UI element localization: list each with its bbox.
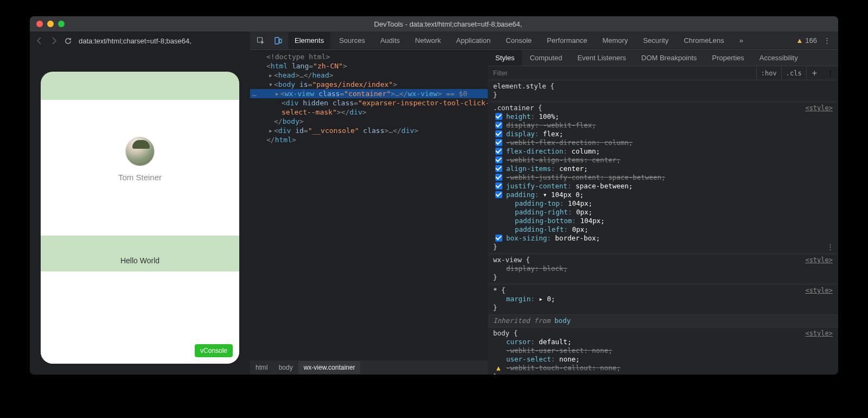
cls-button[interactable]: .cls <box>781 66 806 80</box>
style-prop[interactable]: -webkit-flex-direction: column; <box>493 138 833 147</box>
styles-body[interactable]: element.style {}<style>.container {heigh… <box>488 80 838 375</box>
dom-line[interactable]: <div hidden class="exparser-inspector-to… <box>250 98 488 107</box>
style-tab-accessibility[interactable]: Accessibility <box>752 50 806 66</box>
style-tab-styles[interactable]: Styles <box>488 50 522 66</box>
prop-checkbox[interactable] <box>495 113 502 120</box>
inspect-element-button[interactable] <box>253 33 269 48</box>
style-prop[interactable]: -webkit-align-items: center; <box>493 156 833 164</box>
dom-line[interactable]: <!doctype html> <box>250 52 488 61</box>
style-prop[interactable]: -webkit-user-select: none; <box>493 346 833 355</box>
style-prop[interactable]: box-sizing: border-box; <box>493 234 833 243</box>
dom-line[interactable]: ▾<body is="pages/index/index"> <box>250 80 488 89</box>
titlebar: DevTools - data:text/html;charset=utf-8;… <box>30 16 838 31</box>
warnings-badge[interactable]: ▲ 166 <box>796 36 817 45</box>
crumb-body[interactable]: body <box>273 361 298 374</box>
style-prop[interactable]: justify-content: space-between; <box>493 182 833 191</box>
style-prop[interactable]: flex-direction: column; <box>493 147 833 156</box>
style-rule[interactable]: <style>wx-view {display: block;} <box>488 254 838 284</box>
prop-checkbox[interactable] <box>495 191 502 198</box>
style-prop[interactable]: height: 100%; <box>493 112 833 121</box>
style-tab-properties[interactable]: Properties <box>705 50 752 66</box>
customize-button[interactable]: ⋮ <box>819 36 835 45</box>
style-tabs: StylesComputedEvent ListenersDOM Breakpo… <box>488 50 838 66</box>
rule-selector: body { <box>493 329 833 338</box>
rule-selector: * { <box>493 286 833 295</box>
style-prop[interactable]: padding: ▾ 104px 0; <box>493 191 833 199</box>
style-tab-computed[interactable]: Computed <box>522 50 570 66</box>
preview-panel: data:text/html;charset=utf-8;base64, Tom… <box>30 31 250 375</box>
rule-source[interactable]: <style> <box>805 329 833 338</box>
prop-checkbox[interactable] <box>495 235 502 242</box>
rule-source[interactable]: <style> <box>805 286 833 295</box>
tab-chromelens[interactable]: ChromeLens <box>677 32 730 49</box>
prop-checkbox[interactable] <box>495 122 502 129</box>
prop-checkbox[interactable] <box>495 139 502 146</box>
more-tabs-button[interactable]: » <box>733 32 750 49</box>
style-prop[interactable]: user-select: none; <box>493 355 833 364</box>
tab-security[interactable]: Security <box>636 32 675 49</box>
style-prop[interactable]: ▲-webkit-touch-callout: none; <box>493 364 833 372</box>
tab-sources[interactable]: Sources <box>333 32 372 49</box>
warning-icon: ▲ <box>496 364 501 372</box>
style-prop[interactable]: display: block; <box>493 264 833 273</box>
zoom-window-button[interactable] <box>58 21 65 27</box>
element-style-rule[interactable]: element.style {} <box>488 80 838 102</box>
dom-line[interactable]: </body> <box>250 117 488 126</box>
prop-checkbox[interactable] <box>495 165 502 172</box>
tab-application[interactable]: Application <box>450 32 497 49</box>
dom-line[interactable]: </html> <box>250 135 488 144</box>
filter-input[interactable] <box>488 69 756 77</box>
style-tab-event-listeners[interactable]: Event Listeners <box>570 50 634 66</box>
dom-line[interactable]: ▸<head>…</head> <box>250 71 488 80</box>
rule-source[interactable]: <style> <box>805 104 833 112</box>
style-prop[interactable]: display: flex; <box>493 130 833 138</box>
inherited-link[interactable]: body <box>554 316 571 325</box>
style-prop[interactable]: margin: ▸ 0; <box>493 295 833 303</box>
style-tab-dom-breakpoints[interactable]: DOM Breakpoints <box>634 50 705 66</box>
style-rule[interactable]: <style>.container {height: 100%;display:… <box>488 102 838 254</box>
rule-source[interactable]: <style> <box>805 256 833 264</box>
crumb-html[interactable]: html <box>250 361 273 374</box>
style-prop[interactable]: padding-right: 0px; <box>493 208 833 217</box>
style-prop[interactable]: display: -webkit-flex; <box>493 121 833 130</box>
dom-line[interactable]: select--mask"></div> <box>250 107 488 117</box>
traffic-lights <box>36 21 65 27</box>
prop-checkbox[interactable] <box>495 182 502 189</box>
dom-line[interactable]: ▸<div id="__vconsole" class>…</div> <box>250 126 488 135</box>
tab-console[interactable]: Console <box>499 32 538 49</box>
prop-checkbox[interactable] <box>495 148 502 155</box>
style-rule[interactable]: <style>* {margin: ▸ 0;} <box>488 284 838 315</box>
dom-line[interactable]: …▸<wx-view class="container">…</wx-view>… <box>250 89 488 98</box>
prop-checkbox[interactable] <box>495 174 502 181</box>
dom-tree[interactable]: <!doctype html><html lang="zh-CN">▸<head… <box>250 50 488 360</box>
rule-more-icon[interactable]: ⋮ <box>827 243 834 251</box>
style-prop[interactable]: cursor: default; <box>493 338 833 346</box>
back-button[interactable] <box>34 35 45 46</box>
forward-button[interactable] <box>48 35 59 46</box>
style-prop[interactable]: align-items: center; <box>493 164 833 173</box>
crumb-wx-view-container[interactable]: wx-view.container <box>298 361 361 374</box>
prop-checkbox[interactable] <box>495 130 502 137</box>
hov-button[interactable]: :hov <box>756 66 781 80</box>
style-prop[interactable]: -webkit-justify-content: space-between; <box>493 173 833 182</box>
style-prop[interactable]: padding-top: 104px; <box>493 199 833 208</box>
dom-line[interactable]: <html lang="zh-CN"> <box>250 61 488 71</box>
style-prop[interactable]: padding-bottom: 104px; <box>493 217 833 225</box>
tab-elements[interactable]: Elements <box>288 32 330 49</box>
tab-network[interactable]: Network <box>409 32 448 49</box>
tab-memory[interactable]: Memory <box>596 32 634 49</box>
elements-panel: <!doctype html><html lang="zh-CN">▸<head… <box>250 50 488 375</box>
prop-checkbox[interactable] <box>495 156 502 163</box>
minimize-window-button[interactable] <box>47 21 54 27</box>
new-style-rule-button[interactable]: + <box>806 66 822 80</box>
style-prop[interactable]: padding-left: 0px; <box>493 225 833 234</box>
device-toolbar-button[interactable] <box>271 33 286 48</box>
styles-more-button[interactable]: ⋮ <box>822 69 838 77</box>
body-area: data:text/html;charset=utf-8;base64, Tom… <box>30 31 838 375</box>
style-rule[interactable]: <style>body {cursor: default;-webkit-use… <box>488 327 838 375</box>
vconsole-button[interactable]: vConsole <box>195 344 233 357</box>
tab-audits[interactable]: Audits <box>374 32 406 49</box>
tab-performance[interactable]: Performance <box>540 32 593 49</box>
close-window-button[interactable] <box>36 21 43 27</box>
reload-button[interactable] <box>62 35 73 46</box>
